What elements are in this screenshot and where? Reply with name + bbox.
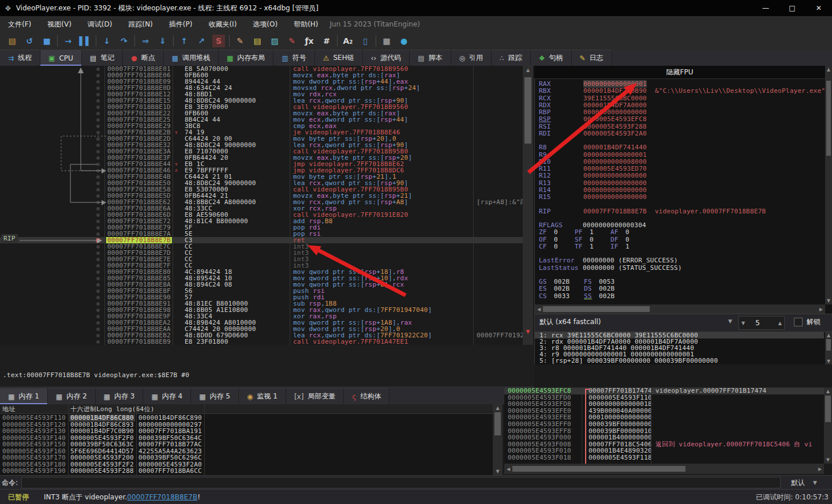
disasm-row[interactable]: 00007FF7018B8E44∨EB 1Cjmp videoplayer.7F… [0,161,523,167]
disasm-row[interactable]: 00007FF7018B8E9148:81EC B8010000sub rsp,… [0,300,523,307]
disasm-row[interactable]: 00007FF7018B8EB9E8 23F01800call videopla… [0,338,523,345]
row-dot[interactable] [96,270,100,274]
menu-item[interactable]: 跟踪(N) [120,16,160,32]
row-dot[interactable] [96,106,100,109]
tab-句柄[interactable]: ❖句柄 [531,50,572,66]
menu-item[interactable]: 调试(D) [80,16,121,32]
row-dot[interactable] [96,340,100,344]
menu-item[interactable]: 收藏夹(I) [200,16,245,32]
register-line[interactable]: ES002BDS002B [539,285,825,292]
scroll-up-icon[interactable]: ▲ [523,67,533,73]
disasm-row[interactable]: 00007FF7018B8E7DCCint3 [0,250,523,256]
dump-col-hex[interactable]: 十六进制Long long(64位) [70,405,155,413]
stack-panel[interactable]: 0000005E4593EFC800007FF701B17474videopla… [504,388,824,464]
disasm-row[interactable]: 00007FF7018B8EA248:898424 A8010000mov qw… [0,319,523,326]
comment-icon[interactable]: ▤ [249,33,266,48]
patch-file-icon[interactable]: ✎ [283,33,301,48]
row-dot[interactable] [96,220,100,223]
dump-row[interactable]: 0000005E4593F1700000005E4593F200000039BF… [0,454,493,461]
scrollbar-thumb[interactable] [543,306,650,312]
row-dot[interactable] [96,163,100,166]
tab-脚本[interactable]: ▤脚本 [410,50,451,66]
disasm-row[interactable]: 00007FF7018B8E9F48:33C4xor rax,rsp [0,313,523,319]
register-line[interactable]: RBX000001B4DF7C0B90&"C:\\Users\\Liv\\Des… [539,88,825,95]
step-out-icon[interactable]: ↑ [175,33,193,48]
scroll-up-icon[interactable]: ▲ [824,389,832,394]
disasm-row[interactable]: 00007FF7018B8E7CCCint3 [0,243,523,250]
stack-row[interactable]: 0000005E4593EFF0000039BF00000000 [504,421,824,428]
register-line[interactable]: R150000000000000000 [539,194,825,201]
dump-row[interactable]: 0000005E4593F1900000005E4593F28800007FF7… [0,468,493,475]
disasm-row[interactable]: 00007FF7018B8E5D0FB64424 21movzx eax,byt… [0,193,523,199]
dump-row[interactable]: 0000005E4593F130000001B4DF7C0B9000007FF7… [0,428,493,435]
command-input[interactable] [21,477,781,488]
scrollbar-thumb[interactable] [494,412,501,435]
row-dot[interactable] [96,125,100,128]
register-line[interactable]: R120000000000000000 [539,172,825,179]
skip-icon[interactable]: S [212,35,225,47]
stack-vertical-scrollbar[interactable]: ▲ ▼ [824,388,832,464]
row-dot[interactable] [96,169,100,172]
column-divider[interactable] [104,66,105,345]
tab-内存 1[interactable]: ▦内存 1 [0,388,48,404]
register-line[interactable]: GS002BFS0053 [539,279,825,285]
disasm-row[interactable]: 00007FF7018B8E0D48:634C24 24movsxd rcx,d… [0,85,523,91]
tab-线程[interactable]: ⇉线程 [0,50,40,66]
register-line[interactable]: OF0SF0DF0 [539,236,825,243]
hash-icon[interactable]: # [318,33,335,48]
row-dot[interactable] [96,245,100,249]
registers-horizontal-scrollbar[interactable]: ◀ ▶ [535,304,825,314]
register-line[interactable]: RIP00007FF7018B8E7Bvideoplayer.00007FF70… [539,208,825,215]
disasm-row[interactable]: 00007FF7018B8E1DE8 3E070000call videopla… [0,104,523,110]
register-line[interactable]: LastError00000000 (ERROR_SUCCESS) [539,257,825,264]
column-divider[interactable] [473,66,474,345]
globe-icon[interactable]: ● [395,33,413,48]
disasm-row[interactable]: 00007FF7018B8E8548:895424 10mov qword pt… [0,275,523,281]
registers-vertical-scrollbar[interactable]: ▲ ▼ [825,66,832,304]
tab-源代码[interactable]: ‹›源代码 [363,50,410,66]
register-line[interactable]: RBP0000000000000000 [539,109,825,116]
scroll-up-icon[interactable]: ▲ [825,333,832,338]
command-profile-select[interactable]: 默认 [791,478,805,488]
disasm-row[interactable]: 00007FF7018B8EB248:8D0D 679D0600lea rcx,… [0,332,523,338]
disasm-row[interactable]: 00007FF7018B8E9057push rdi [0,294,523,300]
arg-count-stepper[interactable]: ▼ 5 ▲ [739,316,785,330]
tab-局部变量[interactable]: [x]局部变量 [286,388,344,404]
disasm-row[interactable]: 00007FF7018B8E09894424 44mov dword ptr s… [0,78,523,85]
row-dot[interactable] [96,309,100,312]
row-dot[interactable] [96,302,100,306]
assemble-icon[interactable]: ✎ [231,33,249,48]
disasm-row[interactable]: 00007FF7018B8E3AE8 71070000call videopla… [0,148,523,155]
row-dot[interactable] [96,131,100,134]
scroll-to-cip-icon[interactable]: ▼ [523,329,533,334]
row-dot[interactable] [96,277,100,280]
run-icon[interactable]: → [59,33,77,48]
row-dot[interactable] [96,226,100,230]
disasm-row[interactable]: 00007FF7018B8E5048:8D8C24 90000000lea rc… [0,180,523,186]
row-dot[interactable] [96,328,100,331]
scrollbar-thumb[interactable] [826,339,831,351]
row-dot[interactable] [96,251,100,255]
attach-icon[interactable]: ▯ [357,33,374,48]
row-dot[interactable] [96,175,100,179]
row-dot[interactable] [96,93,100,96]
disassembly-panel[interactable]: 00007FF7018B8E01E8 5A070000call videopla… [0,66,523,345]
register-line[interactable]: RSI0000005E4593F288 [539,123,825,130]
disasm-row[interactable]: 00007FF7018B8E2B∨74 19je videoplayer.7FF… [0,129,523,136]
run-to-cursor-icon[interactable]: ⇒ [137,33,154,48]
row-dot[interactable] [96,118,100,122]
column-divider[interactable] [173,66,173,345]
dump-row[interactable]: 0000005E4593F150000039BF50C6363C00007FF7… [0,441,493,448]
scrollbar-thumb[interactable] [512,466,685,472]
menu-item[interactable]: 选项(O) [245,16,286,32]
fastcall-arg-row[interactable]: 4: r9 0000000000000001 0000000000000001 [535,351,824,358]
tab-监视 1[interactable]: ◉监视 1 [239,388,286,404]
row-dot[interactable] [96,144,100,147]
args-vertical-scrollbar[interactable]: ▲ ▼ [825,332,832,364]
disasm-row[interactable]: 00007FF7018B8E4BC64424 21 01mov byte ptr… [0,174,523,180]
row-dot[interactable] [96,80,100,84]
scroll-up-icon[interactable]: ▲ [493,405,503,411]
menu-item[interactable]: 帮助(H) [286,16,326,32]
open-file-icon[interactable]: ▤ [3,33,21,48]
menu-item[interactable]: 文件(F) [0,16,39,32]
